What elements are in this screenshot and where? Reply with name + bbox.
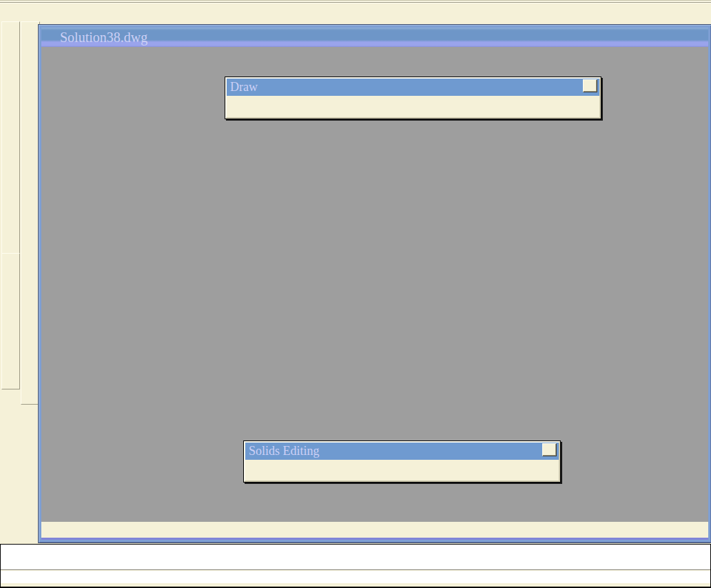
render-toolbar xyxy=(1,21,20,254)
command-input[interactable] xyxy=(1,571,710,583)
solids-toolbar-title: Solids Editing xyxy=(249,444,320,458)
solids-toolbar-titlebar[interactable]: Solids Editing xyxy=(245,443,559,460)
command-window xyxy=(0,544,711,588)
bottom-edge xyxy=(0,587,711,587)
drawing-title: Solution38.dwg xyxy=(60,30,147,45)
drawing-titlebar[interactable]: Solution38.dwg xyxy=(41,28,708,47)
command-history[interactable] xyxy=(1,545,710,570)
draw-toolbar-titlebar[interactable]: Draw xyxy=(227,79,599,96)
modify-toolbar xyxy=(21,21,40,405)
object-properties-toolbar xyxy=(0,0,711,23)
window-bottom-border xyxy=(41,538,708,540)
draw-toolbar-title: Draw xyxy=(230,80,258,94)
layout-tabbar xyxy=(41,522,708,538)
toolbar-groove xyxy=(0,2,711,3)
close-icon[interactable] xyxy=(542,443,557,456)
autocad-window: Solution38.dwg Draw Solids Editing xyxy=(0,0,711,588)
solids-editing-toolbar: Solids Editing xyxy=(243,440,561,483)
dwg-file-icon xyxy=(45,32,56,43)
shade-toolbar xyxy=(1,253,20,389)
draw-toolbar: Draw xyxy=(225,77,601,119)
close-icon[interactable] xyxy=(583,79,597,92)
